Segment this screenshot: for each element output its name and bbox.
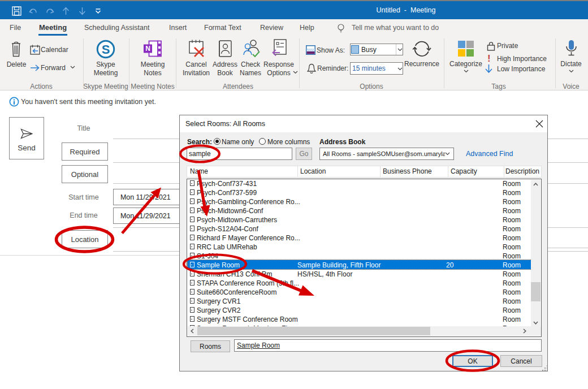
svg-text:S: S (102, 42, 110, 57)
svg-text:N: N (145, 45, 150, 53)
